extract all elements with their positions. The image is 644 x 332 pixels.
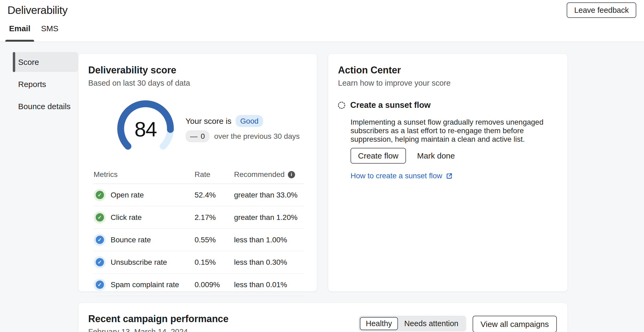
header-rate: Rate <box>195 170 234 179</box>
table-row-click-rate: ✓ Click rate 2.17% greater than 1.20% <box>94 206 304 229</box>
score-card-title: Deliverability score <box>88 64 306 76</box>
metric-label: Open rate <box>111 191 144 199</box>
sidebar-nav: Score Reports Bounce details <box>13 42 78 332</box>
main-panel: Deliverability score Based on last 30 da… <box>78 42 568 332</box>
metrics-table: Metrics Rate Recommended i ✓ Open rate 5… <box>94 170 304 296</box>
metric-recommended: greater than 1.20% <box>234 213 304 222</box>
metric-rate: 0.15% <box>195 258 234 267</box>
metric-recommended: greater than 33.0% <box>234 191 304 199</box>
campaign-filter-segmented-control: Healthy Needs attention <box>359 316 466 331</box>
score-card-subtitle: Based on last 30 days of data <box>88 78 306 88</box>
table-row-spam-complaint-rate: ✓ Spam complaint rate 0.009% less than 0… <box>94 274 304 296</box>
delta-dash-icon: — <box>190 132 198 141</box>
campaign-card-heading: Recent campaign performance February 13–… <box>88 313 228 332</box>
deliverability-score-card: Deliverability score Based on last 30 da… <box>78 53 317 292</box>
leave-feedback-button[interactable]: Leave feedback <box>567 2 636 18</box>
score-gauge: 84 <box>117 100 174 157</box>
task-create-sunset-flow: Create a sunset flow Implementing a suns… <box>338 100 556 180</box>
delta-value: 0 <box>201 132 205 141</box>
metric-rate: 0.009% <box>195 280 234 289</box>
header-recommended: Recommended <box>234 170 285 179</box>
score-info: Your score is Good — 0 over the previous… <box>186 115 300 142</box>
tab-sms[interactable]: SMS <box>41 24 58 42</box>
metric-label: Click rate <box>111 213 142 222</box>
how-to-link-label: How to create a sunset flow <box>351 172 442 180</box>
status-check-icon: ✓ <box>94 211 106 224</box>
metric-recommended: less than 0.01% <box>234 280 304 289</box>
status-check-icon: ✓ <box>94 234 106 246</box>
campaign-card-title: Recent campaign performance <box>88 313 228 325</box>
task-description: Implementing a sunset flow gradually rem… <box>351 118 558 144</box>
score-value: 84 <box>117 100 174 157</box>
header-metrics: Metrics <box>94 170 195 179</box>
metric-label: Unsubscribe rate <box>111 258 167 267</box>
status-check-icon: ✓ <box>94 256 106 268</box>
action-center-card: Action Center Learn how to improve your … <box>328 53 568 292</box>
mark-done-button[interactable]: Mark done <box>417 148 455 163</box>
content-area: Score Reports Bounce details Deliverabil… <box>0 42 644 332</box>
tab-email[interactable]: Email <box>9 24 30 42</box>
score-delta-pill: — 0 <box>186 130 210 142</box>
metric-rate: 52.4% <box>195 191 234 199</box>
action-center-subtitle: Learn how to improve your score <box>338 78 556 88</box>
score-status-badge: Good <box>236 115 263 127</box>
score-gauge-section: 84 Your score is Good — 0 over the <box>88 100 306 157</box>
status-check-icon: ✓ <box>94 189 106 201</box>
info-icon[interactable]: i <box>288 171 295 178</box>
filter-healthy[interactable]: Healthy <box>360 317 398 330</box>
delta-caption: over the previous 30 days <box>214 132 300 141</box>
metric-rate: 0.55% <box>195 236 234 244</box>
sidebar-item-label: Reports <box>18 80 46 89</box>
status-check-icon: ✓ <box>94 279 106 291</box>
metrics-table-header: Metrics Rate Recommended i <box>94 170 304 184</box>
table-row-bounce-rate: ✓ Bounce rate 0.55% less than 1.00% <box>94 229 304 251</box>
table-row-unsubscribe-rate: ✓ Unsubscribe rate 0.15% less than 0.30% <box>94 251 304 274</box>
metric-rate: 2.17% <box>195 213 234 222</box>
metric-recommended: less than 1.00% <box>234 236 304 244</box>
view-all-campaigns-button[interactable]: View all campaigns <box>473 316 557 332</box>
how-to-link[interactable]: How to create a sunset flow <box>351 172 556 180</box>
filter-needs-attention[interactable]: Needs attention <box>398 317 465 330</box>
metric-label: Spam complaint rate <box>111 280 179 289</box>
campaign-date-range: February 13–March 14, 2024 <box>88 327 228 332</box>
score-label: Your score is <box>186 117 231 126</box>
sidebar-item-label: Bounce details <box>18 102 71 111</box>
task-status-dashed-circle-icon <box>338 102 345 109</box>
channel-tabs: Email SMS <box>9 24 637 42</box>
metric-label: Bounce rate <box>111 236 151 244</box>
metric-recommended: less than 0.30% <box>234 258 304 267</box>
external-link-icon <box>446 172 453 180</box>
action-center-title: Action Center <box>338 64 556 76</box>
sidebar-item-reports[interactable]: Reports <box>13 74 78 94</box>
table-row-open-rate: ✓ Open rate 52.4% greater than 33.0% <box>94 184 304 206</box>
page-header: Deliverability Leave feedback Email SMS <box>0 0 644 42</box>
sidebar-item-label: Score <box>18 58 39 67</box>
task-title: Create a sunset flow <box>350 100 430 110</box>
campaign-actions: Healthy Needs attention View all campaig… <box>359 313 557 332</box>
active-indicator-bar <box>13 52 15 72</box>
sidebar-item-score[interactable]: Score <box>13 52 78 72</box>
create-flow-button[interactable]: Create flow <box>351 148 406 164</box>
page-title: Deliverability <box>7 4 637 17</box>
recent-campaign-performance-card: Recent campaign performance February 13–… <box>78 303 568 332</box>
sidebar-item-bounce-details[interactable]: Bounce details <box>13 96 78 116</box>
